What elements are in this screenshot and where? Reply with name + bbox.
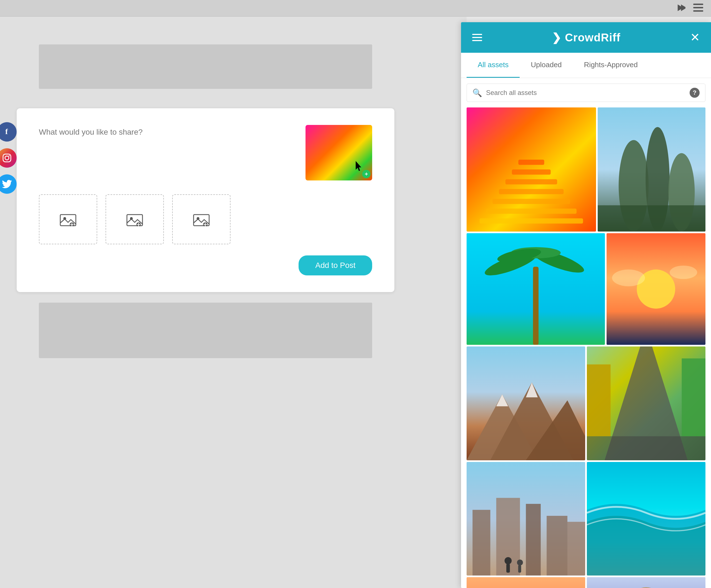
svg-rect-28 (499, 189, 563, 194)
panel-logo: ❯ CrowdRiff (552, 31, 621, 44)
top-bar-button-1[interactable] (673, 1, 688, 16)
svg-rect-69 (467, 577, 585, 588)
svg-rect-36 (598, 205, 706, 232)
image-slot-1[interactable] (39, 194, 97, 244)
svg-rect-59 (472, 510, 490, 575)
tab-all-assets[interactable]: All assets (467, 53, 520, 78)
svg-point-64 (505, 557, 512, 564)
tab-uploaded[interactable]: Uploaded (520, 53, 573, 78)
panel-close-button[interactable]: ✕ (690, 31, 700, 43)
grid-row-1 (467, 107, 706, 232)
svg-rect-57 (587, 436, 706, 460)
svg-marker-1 (681, 4, 686, 11)
image-slot-2[interactable] (106, 194, 164, 244)
grid-row-2 (467, 233, 706, 345)
svg-rect-31 (518, 160, 544, 165)
post-textarea[interactable] (39, 125, 297, 180)
top-bar (0, 0, 711, 17)
slot-3-icon (193, 212, 210, 226)
slot-2-icon (126, 212, 143, 226)
slot-1-icon (60, 212, 77, 226)
grid-image-woman-hat[interactable] (587, 577, 706, 588)
dragged-image: + (305, 125, 372, 180)
crowdriff-panel: ❯ CrowdRiff ✕ All assets Uploaded Rights… (461, 22, 711, 588)
grid-image-city[interactable] (467, 462, 585, 576)
social-icons: f (0, 122, 17, 194)
grid-image-ocean[interactable] (587, 462, 706, 576)
svg-point-8 (8, 155, 10, 156)
post-area: + (39, 125, 372, 180)
panel-hamburger-icon[interactable] (472, 34, 482, 41)
instagram-icon[interactable] (0, 148, 17, 168)
svg-rect-55 (587, 365, 610, 436)
logo-text: CrowdRiff (565, 31, 621, 44)
svg-rect-6 (3, 154, 11, 162)
svg-rect-62 (546, 516, 567, 576)
grid-image-stairs[interactable] (467, 107, 596, 232)
facebook-icon[interactable]: f (0, 122, 17, 141)
grid-image-mountains[interactable] (467, 347, 585, 460)
image-slot-3[interactable] (172, 194, 231, 244)
add-badge: + (362, 170, 370, 178)
svg-rect-27 (492, 199, 570, 204)
svg-rect-38 (533, 266, 539, 345)
svg-point-46 (670, 265, 697, 279)
tab-rights-approved[interactable]: Rights-Approved (573, 53, 649, 78)
search-icon: 🔍 (472, 88, 482, 97)
content-block-top (39, 44, 372, 89)
grid-row-5 (467, 577, 706, 588)
svg-rect-56 (682, 358, 706, 436)
panel-header: ❯ CrowdRiff ✕ (461, 22, 711, 53)
share-card: f (17, 108, 394, 292)
grid-image-cliffs[interactable] (598, 107, 706, 232)
grid-row-4 (467, 462, 706, 576)
svg-rect-66 (506, 564, 510, 572)
svg-rect-26 (486, 209, 577, 214)
top-bar-menu-button[interactable] (691, 1, 706, 15)
svg-point-7 (5, 156, 9, 160)
svg-point-65 (517, 560, 523, 566)
logo-chevron: ❯ (552, 31, 562, 44)
svg-point-45 (612, 269, 645, 286)
svg-rect-63 (567, 522, 585, 575)
add-to-post-button[interactable]: Add to Post (299, 256, 372, 276)
grid-image-sunset[interactable] (607, 233, 706, 345)
svg-rect-4 (693, 10, 703, 12)
grid-image-street[interactable] (587, 347, 706, 460)
add-to-post-area: Add to Post (39, 256, 372, 276)
grid-image-beach-sunset[interactable] (467, 577, 585, 588)
search-input[interactable] (486, 89, 686, 96)
grid-image-palm[interactable] (467, 233, 605, 345)
image-slots (39, 194, 372, 244)
svg-rect-25 (480, 218, 583, 224)
content-block-bottom2 (39, 303, 372, 358)
svg-rect-29 (505, 179, 557, 184)
svg-rect-30 (512, 169, 551, 175)
panel-tabs: All assets Uploaded Rights-Approved (461, 53, 711, 78)
grid-row-3 (467, 347, 706, 460)
svg-rect-61 (526, 504, 541, 576)
help-icon[interactable]: ? (690, 88, 699, 98)
twitter-icon[interactable] (0, 174, 17, 194)
svg-text:f: f (5, 127, 8, 136)
svg-rect-3 (693, 7, 703, 8)
image-grid (461, 107, 711, 588)
main-area: f (0, 17, 467, 588)
search-bar: 🔍 ? (467, 84, 706, 102)
svg-rect-72 (587, 577, 706, 588)
svg-rect-67 (518, 565, 521, 573)
svg-rect-2 (693, 4, 703, 5)
